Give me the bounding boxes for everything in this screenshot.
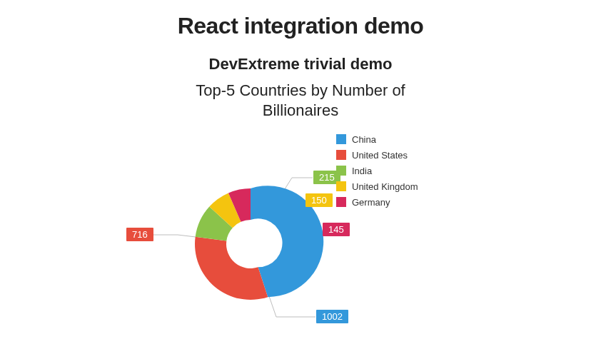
legend-label: India: [352, 166, 372, 176]
legend-label: United Kingdom: [352, 181, 418, 192]
chart-title: Top-5 Countries by Number of Billionaire…: [165, 81, 436, 120]
donut-slices: [195, 186, 323, 300]
value-label-germany: 145: [323, 223, 350, 236]
chart-legend: China United States India United Kingdom…: [336, 131, 418, 210]
legend-swatch-icon: [336, 166, 346, 176]
value-label-china: 1002: [316, 310, 348, 323]
page-root: React integration demo DevExtreme trivia…: [0, 13, 601, 364]
legend-swatch-icon: [336, 150, 346, 160]
section-title: DevExtreme trivial demo: [0, 55, 601, 74]
legend-label: United States: [352, 150, 408, 161]
legend-item-united-states[interactable]: United States: [336, 147, 418, 163]
donut-svg: [101, 123, 500, 358]
slice-united-states[interactable]: [195, 237, 268, 300]
legend-swatch-icon: [336, 181, 346, 191]
legend-swatch-icon: [336, 197, 346, 207]
legend-label: Germany: [352, 197, 390, 208]
legend-swatch-icon: [336, 134, 346, 144]
legend-item-china[interactable]: China: [336, 131, 418, 147]
value-label-united-kingdom: 150: [305, 193, 333, 207]
legend-item-united-kingdom[interactable]: United Kingdom: [336, 178, 418, 194]
page-title: React integration demo: [0, 13, 601, 39]
legend-label: China: [352, 134, 376, 145]
donut-chart: 1002 716 215 150 145 China United States…: [101, 123, 500, 358]
value-label-united-states: 716: [126, 228, 153, 241]
legend-item-india[interactable]: India: [336, 163, 418, 178]
legend-item-germany[interactable]: Germany: [336, 194, 418, 210]
